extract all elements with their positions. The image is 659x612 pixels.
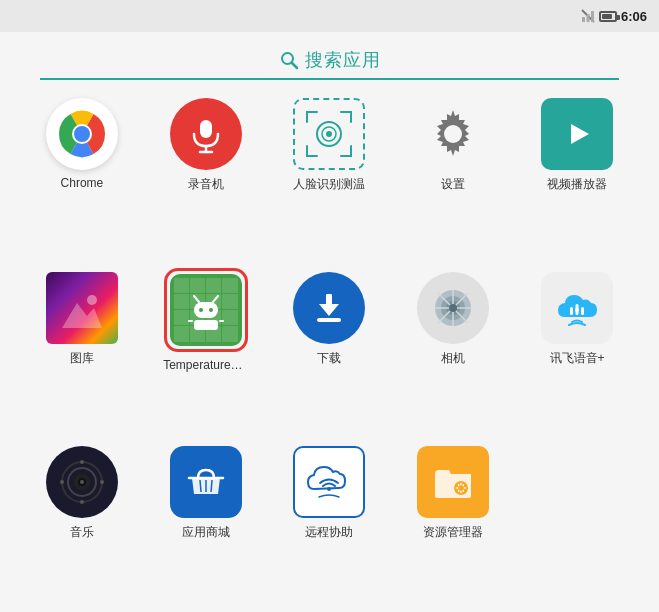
app-item-temperature[interactable]: TemperatureDem [144,264,268,429]
music-label: 音乐 [70,524,94,541]
svg-rect-1 [582,17,585,22]
filemanager-icon [417,446,489,518]
svg-rect-9 [200,120,212,138]
svg-rect-30 [326,294,332,306]
app-item-filemanager[interactable]: 资源管理器 [391,438,515,602]
svg-rect-2 [586,14,589,22]
svg-point-8 [74,126,90,142]
svg-point-14 [326,131,332,137]
video-label: 视频播放器 [547,176,607,193]
svg-point-49 [80,480,84,484]
appstore-label: 应用商城 [182,524,230,541]
svg-line-21 [194,296,199,302]
svg-line-56 [211,480,212,492]
video-icon [541,98,613,170]
iflytek-label: 讯飞语音+ [550,350,605,367]
app-item-gallery[interactable]: 图库 [20,264,144,429]
app-item-recorder[interactable]: 录音机 [144,90,268,254]
svg-rect-41 [570,307,573,315]
iflytek-icon [541,272,613,344]
app-item-camera[interactable]: 相机 [391,264,515,429]
chrome-label: Chrome [61,176,104,190]
recorder-icon [170,98,242,170]
gallery-icon [46,272,118,344]
svg-point-20 [87,295,97,305]
temperature-label: TemperatureDem [163,358,248,372]
svg-point-52 [80,500,84,504]
app-item-face[interactable]: 人脸识别测温 [268,90,392,254]
svg-point-39 [449,304,457,312]
search-icon [279,50,299,70]
temperature-selected-border [164,268,248,352]
svg-rect-28 [219,320,224,322]
status-icons: 6:06 [581,9,647,24]
settings-icon [417,98,489,170]
download-icon [293,272,365,344]
svg-line-22 [213,296,218,302]
face-label: 人脸识别测温 [293,176,365,193]
svg-point-24 [199,308,203,312]
app-item-appstore[interactable]: 应用商城 [144,438,268,602]
app-item-music[interactable]: 音乐 [20,438,144,602]
download-label: 下载 [317,350,341,367]
svg-rect-26 [194,320,218,330]
app-item-remote[interactable]: 远程协助 [268,438,392,602]
svg-line-5 [292,63,297,68]
remote-icon [293,446,365,518]
svg-rect-43 [581,307,584,315]
camera-label: 相机 [441,350,465,367]
svg-point-51 [100,480,104,484]
camera-icon [417,272,489,344]
svg-point-16 [444,125,462,143]
recorder-label: 录音机 [188,176,224,193]
svg-rect-27 [188,320,193,322]
status-time: 6:06 [621,9,647,24]
temperature-icon [170,274,242,346]
app-item-settings[interactable]: 设置 [391,90,515,254]
svg-point-25 [209,308,213,312]
chrome-icon [46,98,118,170]
app-item-download[interactable]: 下载 [268,264,392,429]
svg-line-55 [200,480,201,492]
music-icon [46,446,118,518]
search-label: 搜索应用 [305,48,381,72]
battery-icon [599,11,617,22]
no-signal-icon [581,9,595,23]
svg-rect-23 [194,302,218,318]
svg-marker-19 [62,303,102,328]
svg-rect-3 [591,11,594,22]
svg-point-59 [458,485,464,491]
face-icon [293,98,365,170]
app-item-video[interactable]: 视频播放器 [515,90,639,254]
svg-point-53 [60,480,64,484]
status-bar: 6:06 [0,0,659,32]
svg-rect-42 [576,304,579,315]
app-item-iflytek[interactable]: 讯飞语音+ [515,264,639,429]
settings-label: 设置 [441,176,465,193]
svg-point-50 [80,460,84,464]
app-item-chrome[interactable]: Chrome [20,90,144,254]
filemanager-label: 资源管理器 [423,524,483,541]
appstore-icon [170,446,242,518]
remote-label: 远程协助 [305,524,353,541]
svg-point-57 [327,487,331,491]
search-bar[interactable]: 搜索应用 [0,36,659,80]
app-grid: Chrome 录音机 [0,80,659,612]
svg-rect-31 [317,318,341,322]
gallery-label: 图库 [70,350,94,367]
svg-marker-17 [571,124,589,144]
